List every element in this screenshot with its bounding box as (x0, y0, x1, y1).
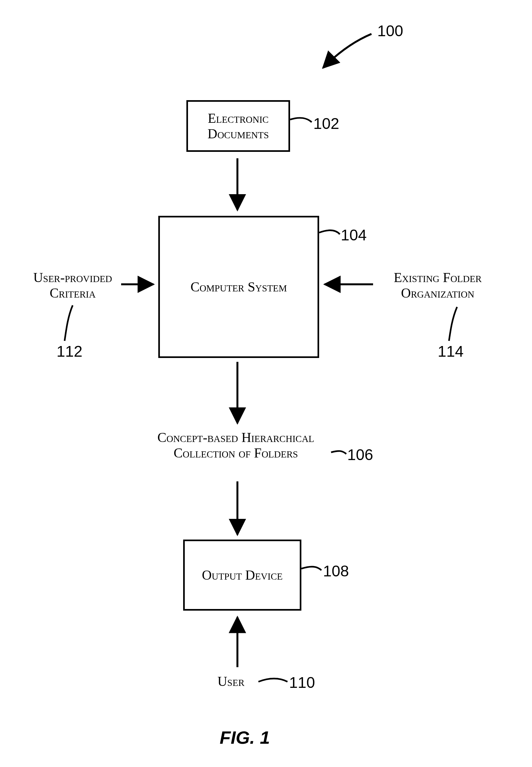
ref-102: 102 (313, 115, 339, 132)
node-computer-system: Computer System (158, 216, 319, 358)
diagram-stage: 100 Electronic Documents 102 Computer Sy… (0, 0, 532, 767)
arrow-callout-100 (323, 34, 371, 68)
node-computer-system-label: Computer System (191, 279, 287, 295)
callout-102 (290, 118, 312, 122)
callout-104 (319, 230, 340, 234)
callout-110 (258, 679, 287, 682)
ref-100: 100 (377, 22, 403, 40)
callout-112 (65, 305, 73, 341)
figure-caption: FIG. 1 (220, 727, 270, 748)
ref-106: 106 (347, 446, 373, 464)
node-output-device: Output Device (183, 540, 301, 611)
node-concept-hierarchy: Concept-based Hierarchical Collection of… (136, 430, 336, 461)
ref-114: 114 (438, 342, 464, 360)
ref-104: 104 (341, 226, 367, 244)
callout-108 (301, 567, 321, 570)
ref-108: 108 (323, 562, 349, 580)
node-existing-folder-organization: Existing Folder Organization (381, 270, 494, 301)
node-electronic-documents-label: Electronic Documents (188, 110, 288, 142)
ref-112: 112 (57, 342, 82, 360)
node-user: User (207, 674, 255, 689)
node-output-device-label: Output Device (202, 567, 283, 583)
node-electronic-documents: Electronic Documents (186, 100, 290, 152)
callout-114 (449, 307, 457, 341)
ref-110: 110 (289, 674, 315, 691)
node-user-provided-criteria: User-provided Criteria (21, 270, 124, 301)
